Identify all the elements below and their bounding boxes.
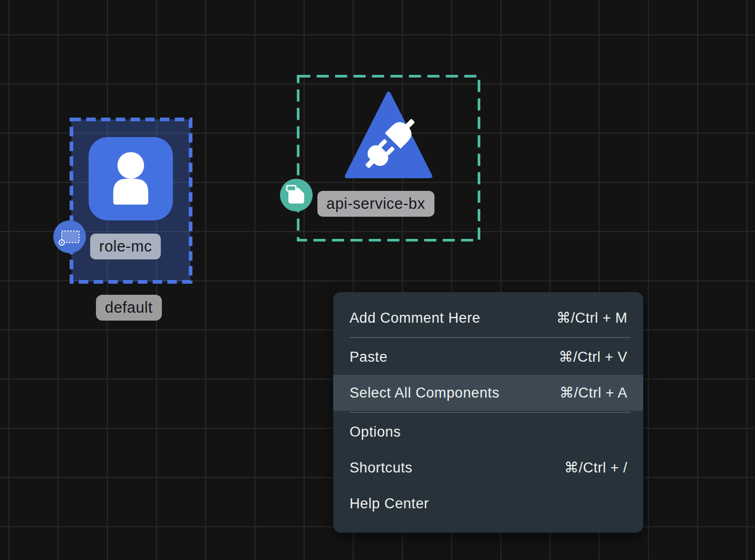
menu-item-label: Select All Components bbox=[350, 385, 499, 401]
canvas[interactable]: role-mc default bbox=[0, 0, 755, 560]
api-service-label[interactable]: api-service-bx bbox=[317, 191, 434, 217]
menu-item-label: Help Center bbox=[350, 496, 429, 512]
menu-divider bbox=[350, 337, 631, 338]
menu-item-shortcut: ⌘/Ctrl + / bbox=[564, 459, 627, 476]
menu-item-label: Add Comment Here bbox=[350, 310, 480, 326]
menu-item-help-center[interactable]: Help Center bbox=[333, 486, 643, 522]
menu-item-select-all-components[interactable]: Select All Components ⌘/Ctrl + A bbox=[333, 375, 643, 411]
menu-item-shortcut: ⌘/Ctrl + V bbox=[559, 349, 627, 365]
api-triangle-tile[interactable] bbox=[344, 91, 433, 179]
selection-marquee-icon bbox=[53, 220, 86, 253]
role-label[interactable]: role-mc bbox=[90, 234, 161, 259]
menu-item-add-comment[interactable]: Add Comment Here ⌘/Ctrl + M bbox=[333, 300, 643, 336]
menu-item-shortcuts[interactable]: Shortcuts ⌘/Ctrl + / bbox=[333, 450, 643, 486]
context-menu: Add Comment Here ⌘/Ctrl + M Paste ⌘/Ctrl… bbox=[333, 292, 643, 533]
role-icon-tile[interactable] bbox=[89, 137, 173, 220]
role-badge[interactable] bbox=[53, 220, 86, 253]
menu-item-label: Options bbox=[350, 424, 401, 440]
menu-item-shortcut: ⌘/Ctrl + A bbox=[559, 384, 627, 401]
menu-item-label: Paste bbox=[350, 349, 388, 365]
api-service-badge[interactable] bbox=[280, 179, 313, 211]
menu-item-shortcut: ⌘/Ctrl + M bbox=[556, 310, 627, 326]
user-icon bbox=[89, 137, 173, 220]
menu-item-options[interactable]: Options bbox=[333, 414, 643, 450]
save-icon bbox=[280, 179, 313, 211]
menu-item-label: Shortcuts bbox=[350, 460, 412, 476]
role-default-tag[interactable]: default bbox=[96, 295, 162, 321]
menu-item-paste[interactable]: Paste ⌘/Ctrl + V bbox=[333, 339, 643, 375]
menu-divider bbox=[350, 412, 631, 413]
